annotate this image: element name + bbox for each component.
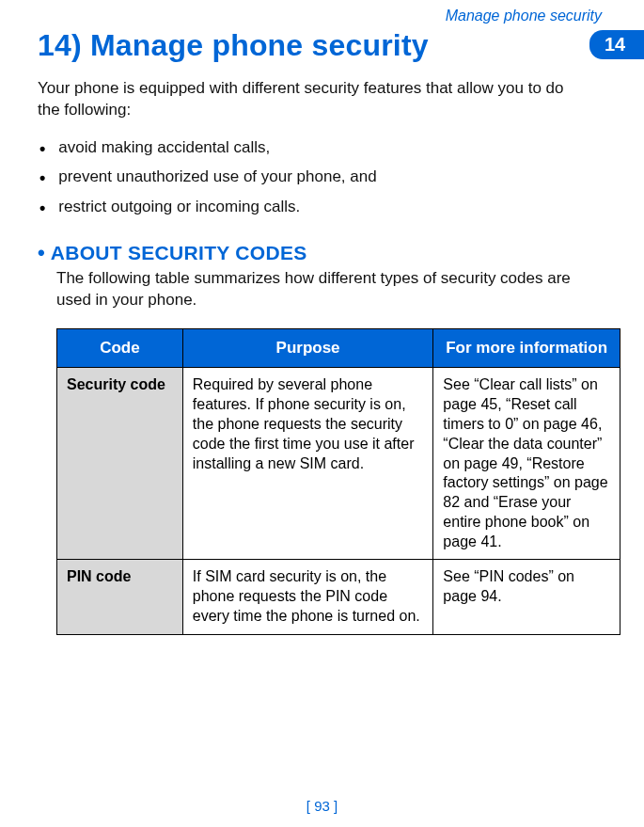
section-title-row: • ABOUT SECURITY CODES (38, 242, 602, 264)
cell-purpose: Required by several phone features. If p… (182, 368, 433, 560)
running-head: Manage phone security (38, 8, 602, 24)
chapter-tab: 14 (589, 30, 644, 59)
list-item: • restrict outgoing or incoming calls. (38, 194, 602, 223)
cell-purpose: If SIM card security is on, the phone re… (182, 560, 433, 634)
cell-more-info: See “PIN codes” on page 94. (433, 560, 620, 634)
chapter-title: 14) Manage phone security (38, 28, 429, 63)
table-header-row: Code Purpose For more information (57, 328, 620, 367)
section-title: ABOUT SECURITY CODES (51, 242, 307, 264)
bullet-icon: • (39, 198, 45, 219)
cell-more-info: See “Clear call lists” on page 45, “Rese… (433, 368, 620, 560)
intro-paragraph: Your phone is equipped with different se… (38, 78, 583, 121)
list-item: • prevent unauthorized use of your phone… (38, 164, 602, 193)
section-bullet-icon: • (38, 243, 45, 263)
th-code: Code (57, 328, 183, 367)
chapter-number: 14) (38, 28, 82, 62)
feature-list: • avoid making accidental calls, • preve… (38, 135, 602, 223)
page-number: [ 93 ] (0, 798, 644, 814)
list-item-text: restrict outgoing or incoming calls. (58, 198, 300, 216)
bullet-icon: • (39, 138, 45, 160)
th-more-info: For more information (433, 328, 620, 367)
section-intro: The following table summarizes how diffe… (56, 268, 583, 311)
table-row: Security code Required by several phone … (57, 368, 620, 560)
th-purpose: Purpose (182, 328, 433, 367)
chapter-title-text: Manage phone security (90, 28, 429, 62)
chapter-title-row: 14) Manage phone security 14 (38, 28, 602, 63)
bullet-icon: • (39, 167, 45, 189)
list-item-text: avoid making accidental calls, (58, 138, 270, 157)
list-item-text: prevent unauthorized use of your phone, … (58, 167, 376, 186)
list-item: • avoid making accidental calls, (38, 135, 602, 164)
cell-code: Security code (57, 368, 183, 560)
cell-code: PIN code (57, 560, 183, 634)
security-codes-table: Code Purpose For more information Securi… (56, 328, 620, 635)
table-row: PIN code If SIM card security is on, the… (57, 560, 620, 634)
